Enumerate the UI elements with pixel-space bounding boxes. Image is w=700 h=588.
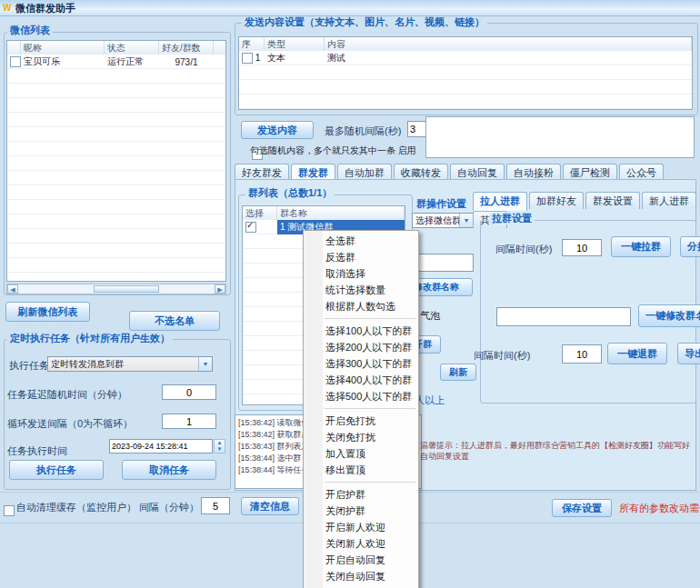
col-group-name: 群名称: [277, 206, 405, 220]
menu-item[interactable]: 全选群: [304, 233, 418, 249]
content-table-body: 1 文本 测试: [239, 51, 692, 109]
table-row[interactable]: 1 文本 测试: [239, 51, 692, 65]
new-group-name-input[interactable]: [496, 307, 631, 326]
menu-item[interactable]: 关闭自动回复: [304, 568, 418, 584]
chevron-down-icon[interactable]: ▼: [459, 214, 473, 227]
row-checkbox[interactable]: [10, 56, 21, 67]
row-checkbox[interactable]: [242, 53, 253, 64]
bubble-label: 气泡: [420, 309, 440, 323]
col-content: 内容: [325, 37, 692, 51]
save-settings-button[interactable]: 保存设置: [552, 499, 612, 517]
row-checkbox[interactable]: [245, 222, 256, 233]
subtab-pull-in[interactable]: 拉人进群: [473, 192, 527, 211]
menu-item[interactable]: 反选群: [304, 249, 418, 265]
run-task-button[interactable]: 执行任务: [9, 460, 104, 480]
menu-item[interactable]: 移出置顶: [304, 462, 418, 478]
menu-item[interactable]: 选择100人以下的群: [304, 323, 418, 339]
task-delay-input[interactable]: [162, 384, 216, 400]
col-status: 状态: [105, 41, 159, 55]
window-title: 微信群发助手: [15, 2, 75, 15]
menu-item[interactable]: 选择200人以下的群: [304, 339, 418, 355]
menu-item[interactable]: 统计选择数量: [304, 282, 418, 298]
pull-settings-title: 拉群设置: [489, 213, 535, 224]
col-counts: 好友/群数: [159, 41, 214, 55]
save-hint-text: 所有的参数改动需保存才生效: [619, 502, 700, 515]
group-ops-title: 群操作设置: [414, 198, 469, 210]
right-tab-strip: 拉人进群加群好友群发设置新人进群其他: [473, 192, 700, 207]
title-bar: W 微信群发助手: [0, 0, 700, 16]
task-type-label: 执行任务: [9, 359, 49, 373]
batch-pull-button[interactable]: 分批拉群: [680, 236, 700, 257]
scroll-right-icon[interactable]: ▶: [215, 284, 225, 294]
menu-item[interactable]: 选择400人以下的群: [304, 372, 418, 388]
cell-group-num: 1: [280, 222, 285, 232]
menu-separator: [325, 408, 415, 409]
quit-group-button[interactable]: 一键退群: [607, 343, 667, 364]
pull-interval-label: 间隔时间(秒): [495, 243, 552, 256]
task-loop-input[interactable]: [162, 414, 216, 429]
task-time-spinner[interactable]: ▲ ▼: [214, 439, 225, 453]
group-list-title: 群列表（总数1/1）: [245, 187, 335, 199]
menu-item[interactable]: 取消选择: [304, 265, 418, 282]
menu-item[interactable]: 关闭新人欢迎: [304, 535, 418, 552]
spinner-down-icon[interactable]: ▼: [215, 446, 225, 453]
col-type: 类型: [265, 37, 325, 51]
pull-group-button[interactable]: 一键拉群: [611, 236, 671, 257]
rename-all-groups-button[interactable]: 一键修改群名: [638, 304, 700, 327]
menu-item[interactable]: 选择500人以下的群: [304, 388, 418, 404]
refresh-wechat-button[interactable]: 刷新微信列表: [5, 302, 90, 322]
subtab-newcomer[interactable]: 新人进群: [642, 192, 696, 209]
wechat-list-title: 微信列表: [7, 25, 53, 36]
menu-separator: [325, 482, 415, 483]
menu-item[interactable]: 关闭护群: [304, 503, 418, 519]
scroll-thumb[interactable]: [94, 285, 159, 293]
unselect-button[interactable]: 不选名单: [129, 311, 220, 331]
notice-text: 温馨提示：拉人进群后，最好用群综合营销工具的【检测好友圈】功能写好自动回复设置: [420, 440, 695, 463]
send-content-button[interactable]: 发送内容: [241, 121, 314, 139]
group-name-input[interactable]: [414, 254, 474, 272]
auto-clean-checkbox[interactable]: [4, 505, 15, 516]
menu-item[interactable]: 开启免打扰: [304, 413, 418, 429]
refresh-group-button[interactable]: 刷新: [440, 364, 476, 381]
content-preview-textarea[interactable]: [425, 116, 695, 158]
chevron-down-icon[interactable]: ▼: [198, 357, 212, 371]
wechat-table: 昵称 状态 好友/群数 宝贝可乐 运行正常 973/1: [6, 40, 226, 282]
cancel-task-button[interactable]: 取消任务: [122, 460, 216, 480]
auto-clean-interval-input[interactable]: [201, 497, 230, 514]
menu-item[interactable]: 开启新人欢迎: [304, 519, 418, 535]
app-icon: W: [3, 3, 14, 13]
col-seq: 序: [239, 37, 265, 51]
wechat-table-hscrollbar[interactable]: ◀ ▶: [6, 284, 226, 294]
menu-item[interactable]: 开启自动回复: [304, 552, 418, 568]
task-time-picker[interactable]: 2023-09-24 15:28:41: [109, 439, 213, 453]
group-context-menu: 全选群 反选群 取消选择 统计选择数量 根据群人数勾选 选择100人以下的群 选…: [303, 230, 419, 588]
task-type-select[interactable]: 定时转发消息到群 ▼: [47, 356, 213, 372]
menu-item[interactable]: 根据群人数勾选: [304, 298, 418, 314]
cell-counts: 973/1: [159, 57, 214, 67]
wechat-table-header: 昵称 状态 好友/群数: [7, 41, 225, 55]
quit-interval-input[interactable]: [562, 344, 602, 364]
spinner-up-icon[interactable]: ▲: [215, 440, 225, 446]
export-members-button[interactable]: 导出成员: [677, 343, 700, 364]
subtab-send-config[interactable]: 群发设置: [585, 192, 640, 209]
group-ops-select-value: 选择微信群: [415, 214, 459, 227]
menu-item[interactable]: 开启护群: [304, 486, 418, 503]
pull-interval-input[interactable]: [562, 239, 602, 256]
quit-interval-label: 间隔时间(秒): [474, 349, 530, 363]
menu-item[interactable]: 加入置顶: [304, 445, 418, 462]
table-row[interactable]: 宝贝可乐 运行正常 973/1: [7, 55, 225, 69]
menu-item[interactable]: 关闭免打扰: [304, 429, 418, 445]
max-interval-label: 最多随机间隔(秒): [325, 125, 401, 138]
task-loop-label: 循环发送间隔（0为不循环）: [7, 417, 133, 431]
task-delay-label: 任务延迟随机时间（分钟）: [7, 388, 127, 402]
subtab-add-friends[interactable]: 加群好友: [529, 192, 584, 209]
menu-item[interactable]: 选择300人以下的群: [304, 355, 418, 372]
clear-info-button[interactable]: 清空信息: [241, 497, 299, 515]
scroll-left-icon[interactable]: ◀: [7, 284, 18, 294]
menu-separator: [325, 318, 415, 319]
content-table-header: 序 类型 内容: [239, 37, 692, 52]
col-select: 选择: [243, 206, 277, 220]
group-ops-select[interactable]: 选择微信群 ▼: [412, 213, 474, 228]
col-nickname: 昵称: [21, 41, 105, 55]
task-time-label: 任务执行时间: [7, 444, 67, 458]
